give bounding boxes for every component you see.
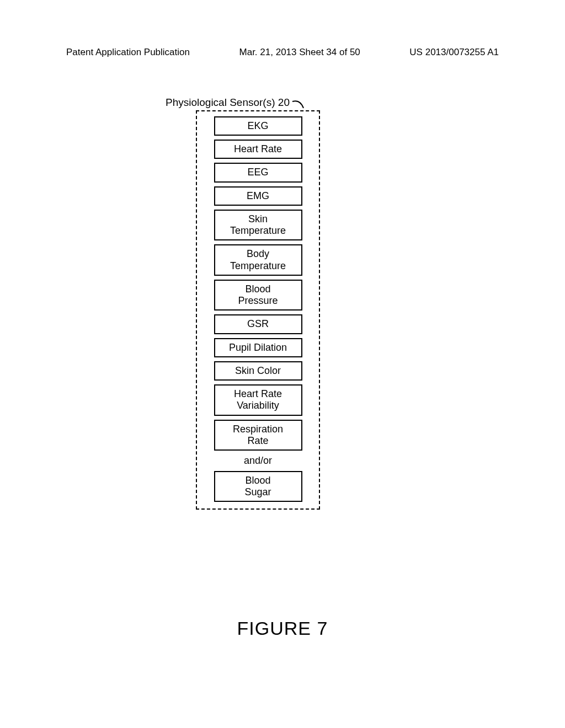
sensor-box-eeg: EEG: [214, 163, 302, 182]
sensor-box-respiration-rate: RespirationRate: [214, 420, 302, 451]
sensor-box-skin-temp: SkinTemperature: [214, 210, 302, 240]
sensor-box-blood-sugar: BloodSugar: [214, 471, 302, 502]
diagram-title: Physiological Sensor(s) 20: [166, 97, 290, 109]
sensor-container: EKG Heart Rate EEG EMG SkinTemperature B…: [196, 110, 320, 510]
sensor-box-skin-color: Skin Color: [214, 361, 302, 381]
sensor-box-heart-rate: Heart Rate: [214, 140, 302, 159]
sensor-box-hrv: Heart RateVariability: [214, 384, 302, 415]
sensor-box-blood-pressure: BloodPressure: [214, 280, 302, 311]
page-header: Patent Application Publication Mar. 21, …: [0, 47, 565, 58]
sensor-box-ekg: EKG: [214, 116, 302, 136]
header-left: Patent Application Publication: [66, 47, 190, 58]
sensor-box-gsr: GSR: [214, 314, 302, 334]
diagram-title-ref: 20: [278, 97, 290, 108]
header-right: US 2013/0073255 A1: [409, 47, 499, 58]
header-center: Mar. 21, 2013 Sheet 34 of 50: [239, 47, 360, 58]
sensor-box-body-temp: BodyTemperature: [214, 244, 302, 275]
diagram-title-text: Physiological Sensor(s): [166, 97, 278, 108]
figure-caption: FIGURE 7: [0, 618, 565, 639]
sensor-box-pupil-dilation: Pupil Dilation: [214, 338, 302, 357]
connector-text: and/or: [244, 455, 272, 467]
sensor-box-emg: EMG: [214, 186, 302, 206]
